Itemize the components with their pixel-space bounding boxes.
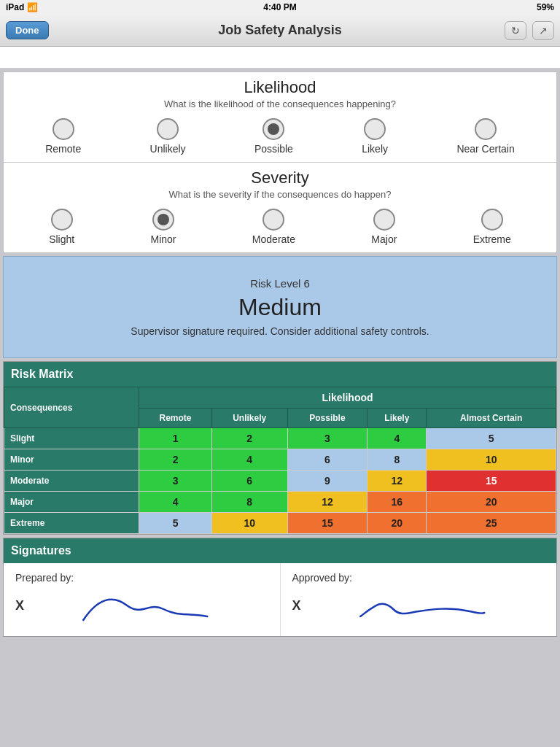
matrix-table: Consequences Likelihood Remote Unlikely … [4,387,556,534]
matrix-cell: 5 [139,513,212,534]
likelihood-option-near-certain[interactable]: Near Certain [456,118,514,155]
device-label: iPad [6,2,24,12]
col-header-possible: Possible [287,409,368,428]
risk-level-value: Medium [238,294,322,321]
matrix-cell: 9 [287,471,368,492]
matrix-cell: 25 [427,513,556,534]
col-header-unlikely: Unlikely [211,409,287,428]
risk-description: Supervisor signature required. Consider … [131,325,429,337]
matrix-cell: 4 [211,449,287,471]
severity-radio-minor[interactable] [152,209,174,231]
matrix-cell: 4 [139,492,212,513]
risk-panel: Risk Level 6 Medium Supervisor signature… [3,256,557,358]
top-spacer [0,47,560,69]
severity-subtitle: What is the severity if the consequences… [4,189,556,204]
page-title: Job Safety Analysis [218,23,341,38]
status-left: iPad 📶 [6,2,38,12]
likelihood-radio-remote[interactable] [52,118,74,140]
wifi-icon: 📶 [27,2,38,12]
severity-option-major[interactable]: Major [371,209,397,245]
status-right: 59% [537,2,554,12]
prepared-by-label: Prepared by: [15,572,268,584]
matrix-cell: 20 [427,492,556,513]
likelihood-section: Likelihood What is the likelihood of the… [3,71,557,253]
table-row: Slight12345 [4,428,556,449]
col-header-remote: Remote [139,409,212,428]
matrix-cell: 2 [139,449,212,471]
severity-radio-slight[interactable] [51,209,73,231]
matrix-cell: 8 [211,492,287,513]
likelihood-radio-possible[interactable] [262,118,284,140]
severity-label-moderate: Moderate [252,233,295,245]
nav-right: ↻ ↗ [505,21,554,40]
battery-label: 59% [537,2,554,12]
signatures-section: Signatures Prepared by: X Approved by: X [3,538,557,637]
approved-signature[interactable] [307,591,545,620]
likelihood-label-near-certain: Near Certain [456,143,514,155]
likelihood-radio-likely[interactable] [364,118,386,140]
risk-level-label: Risk Level 6 [250,277,310,290]
risk-matrix: Risk Matrix Consequences Likelihood Remo… [3,361,557,535]
likelihood-radio-near-certain[interactable] [475,118,497,140]
likelihood-column-header: Likelihood [139,387,556,409]
matrix-cell: 2 [211,428,287,449]
likelihood-option-unlikely[interactable]: Unlikely [150,118,186,155]
likelihood-label-likely: Likely [362,143,388,155]
prepared-signature-svg [30,591,268,627]
status-time: 4:40 PM [263,2,296,12]
approved-sig-area: X [292,591,545,620]
severity-label-slight: Slight [49,233,74,245]
matrix-cell: 6 [211,471,287,492]
matrix-cell: 4 [368,428,427,449]
row-label-moderate: Moderate [4,471,139,492]
matrix-cell: 6 [287,449,368,471]
approved-signature-svg [307,591,545,627]
matrix-cell: 12 [287,492,368,513]
signatures-body: Prepared by: X Approved by: X [4,563,556,636]
matrix-cell: 16 [368,492,427,513]
matrix-cell: 10 [427,449,556,471]
matrix-cell: 3 [139,471,212,492]
table-row: Major48121620 [4,492,556,513]
likelihood-label-unlikely: Unlikely [150,143,186,155]
severity-title: Severity [4,163,556,189]
share-button[interactable]: ↗ [532,21,554,40]
likelihood-option-possible[interactable]: Possible [254,118,293,155]
severity-radio-major[interactable] [373,209,395,231]
matrix-cell: 15 [287,513,368,534]
severity-label-minor: Minor [151,233,176,245]
prepared-signature[interactable] [30,591,268,620]
likelihood-option-likely[interactable]: Likely [362,118,388,155]
done-button[interactable]: Done [6,21,49,39]
severity-option-extreme[interactable]: Extreme [473,209,511,245]
refresh-button[interactable]: ↻ [505,21,526,40]
matrix-cell: 1 [139,428,212,449]
prepared-x-mark: X [15,598,24,614]
severity-radio-group: Slight Minor Moderate Major Extreme [4,204,556,252]
signatures-header: Signatures [4,538,556,563]
matrix-cell: 5 [427,428,556,449]
matrix-cell: 8 [368,449,427,471]
row-label-slight: Slight [4,428,139,449]
likelihood-label-remote: Remote [45,143,81,155]
likelihood-radio-unlikely[interactable] [157,118,179,140]
likelihood-label-possible: Possible [254,143,293,155]
col-header-almost-certain: Almost Certain [427,409,556,428]
likelihood-option-remote[interactable]: Remote [45,118,81,155]
row-label-extreme: Extreme [4,513,139,534]
severity-option-moderate[interactable]: Moderate [252,209,295,245]
table-row: Extreme510152025 [4,513,556,534]
nav-bar: Done Job Safety Analysis ↻ ↗ [0,15,560,47]
matrix-header: Risk Matrix [4,362,556,387]
severity-label-major: Major [371,233,397,245]
severity-radio-moderate[interactable] [262,209,284,231]
row-label-minor: Minor [4,449,139,471]
severity-option-minor[interactable]: Minor [151,209,176,245]
approved-by-label: Approved by: [292,572,545,584]
severity-radio-extreme[interactable] [481,209,503,231]
approved-by-box: Approved by: X [281,563,557,636]
prepared-sig-area: X [15,591,268,620]
severity-option-slight[interactable]: Slight [49,209,74,245]
table-row: Minor246810 [4,449,556,471]
likelihood-radio-group: Remote Unlikely Possible Likely Near Cer… [4,114,556,162]
